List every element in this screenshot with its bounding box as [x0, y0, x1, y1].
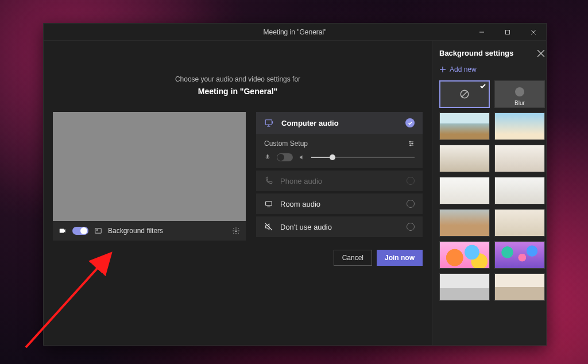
- video-column: Background filters: [53, 112, 246, 266]
- join-now-button[interactable]: Join now: [377, 250, 423, 266]
- svg-rect-11: [266, 202, 272, 206]
- minimize-button[interactable]: [469, 24, 494, 41]
- phone-audio-label: Phone audio: [280, 177, 322, 185]
- background-filters-button[interactable]: Background filters: [108, 227, 163, 235]
- radio-icon: [407, 223, 415, 231]
- svg-point-5: [96, 230, 98, 231]
- svg-line-18: [462, 91, 468, 98]
- close-button[interactable]: [520, 24, 546, 41]
- svg-point-9: [412, 143, 413, 144]
- title-bar: Meeting in "General": [44, 24, 546, 41]
- bg-tile-image[interactable]: [439, 273, 490, 301]
- sliders-icon[interactable]: [408, 140, 415, 147]
- room-audio-label: Room audio: [280, 200, 320, 208]
- volume-slider[interactable]: [311, 157, 415, 158]
- bg-tile-image[interactable]: [494, 113, 545, 140]
- svg-point-6: [235, 230, 237, 232]
- speaker-icon: [299, 154, 305, 161]
- phone-audio-option: Phone audio: [256, 171, 423, 191]
- bg-tile-blur-label: Blur: [514, 100, 525, 106]
- add-new-label: Add new: [450, 65, 477, 73]
- selected-check-icon: [405, 118, 415, 127]
- bg-tile-image[interactable]: [439, 113, 490, 140]
- window-controls: [469, 24, 546, 41]
- svg-point-10: [410, 145, 411, 146]
- no-audio-label: Don't use audio: [280, 223, 332, 231]
- maximize-button[interactable]: [494, 24, 520, 41]
- svg-point-8: [409, 141, 411, 142]
- computer-audio-icon: [264, 118, 274, 128]
- video-controls-bar: Background filters: [53, 221, 246, 241]
- bg-tile-image[interactable]: [494, 241, 545, 269]
- plus-icon: [439, 66, 446, 73]
- background-grid: Blur: [439, 80, 545, 301]
- bg-tile-image[interactable]: [439, 145, 490, 172]
- microphone-icon: [264, 154, 271, 161]
- background-settings-panel: Background settings Add new Blur: [432, 41, 546, 345]
- svg-rect-4: [95, 229, 102, 233]
- cancel-button[interactable]: Cancel: [334, 250, 372, 266]
- camera-toggle[interactable]: [72, 227, 88, 235]
- svg-rect-7: [265, 120, 272, 125]
- mute-icon: [264, 222, 273, 231]
- bg-tile-none[interactable]: [439, 80, 490, 108]
- app-window: Meeting in "General" Choose your audio a…: [43, 23, 547, 346]
- window-title: Meeting in "General": [264, 28, 327, 36]
- room-audio-icon: [264, 199, 273, 208]
- close-panel-button[interactable]: [537, 49, 545, 57]
- bg-tile-image[interactable]: [494, 145, 545, 172]
- bg-tile-blur[interactable]: Blur: [494, 80, 545, 108]
- camera-icon: [59, 227, 67, 235]
- video-preview: [53, 112, 246, 221]
- computer-audio-card[interactable]: Computer audio Custom Setup: [256, 112, 423, 168]
- radio-icon: [407, 177, 415, 185]
- computer-audio-label: Computer audio: [281, 119, 339, 127]
- bg-tile-image[interactable]: [494, 209, 545, 237]
- svg-rect-1: [505, 30, 509, 34]
- bg-tile-image[interactable]: [439, 209, 490, 237]
- add-new-button[interactable]: Add new: [439, 65, 545, 73]
- audio-column: Computer audio Custom Setup: [256, 112, 423, 266]
- prompt-text: Choose your audio and video settings for: [53, 75, 423, 83]
- meeting-name: Meeting in "General": [53, 87, 423, 96]
- bg-tile-image[interactable]: [439, 241, 490, 269]
- background-filters-icon: [94, 227, 102, 235]
- radio-icon: [407, 200, 415, 208]
- bg-tile-image[interactable]: [494, 177, 545, 204]
- panel-title: Background settings: [439, 49, 513, 57]
- phone-icon: [264, 176, 273, 185]
- main-area: Choose your audio and video settings for…: [44, 41, 432, 345]
- check-icon: [479, 83, 486, 90]
- device-settings-button[interactable]: [232, 227, 240, 235]
- no-audio-option[interactable]: Don't use audio: [256, 216, 423, 237]
- custom-setup-label: Custom Setup: [264, 140, 308, 148]
- room-audio-option[interactable]: Room audio: [256, 193, 423, 214]
- bg-tile-image[interactable]: [494, 273, 545, 301]
- none-icon: [459, 89, 470, 99]
- microphone-toggle[interactable]: [277, 153, 293, 161]
- bg-tile-image[interactable]: [439, 177, 490, 204]
